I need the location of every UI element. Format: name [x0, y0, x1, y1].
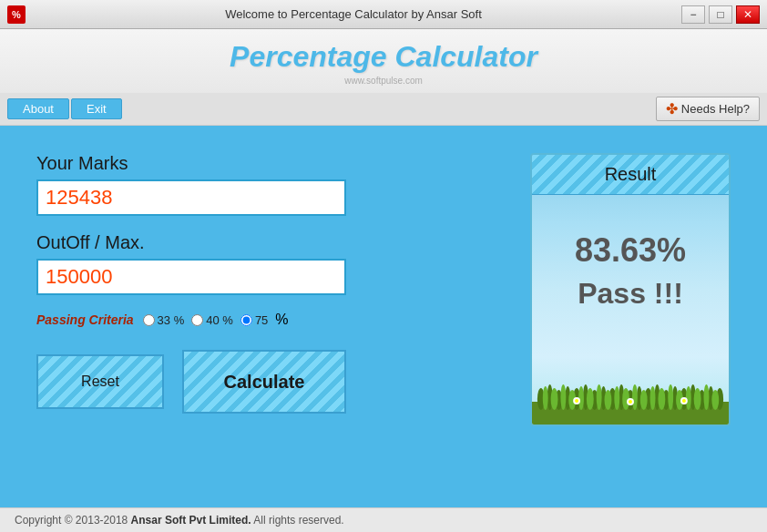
svg-point-23 [551, 388, 558, 410]
svg-point-24 [560, 384, 566, 410]
svg-point-32 [632, 384, 638, 410]
footer: Copyright © 2013-2018 Ansar Soft Pvt Lim… [0, 507, 767, 532]
needs-help-button[interactable]: ✤ Needs Help? [656, 97, 760, 121]
marks-label: Your Marks [36, 153, 494, 174]
left-panel: Your Marks OutOff / Max. Passing Criteri… [36, 153, 494, 414]
svg-point-22 [543, 386, 548, 410]
outoff-input[interactable] [36, 259, 346, 295]
main-content: Your Marks OutOff / Max. Passing Criteri… [0, 126, 767, 496]
svg-point-39 [694, 388, 701, 410]
calculate-button[interactable]: Calculate [182, 350, 346, 414]
svg-point-30 [614, 386, 619, 410]
percent-sign: % [275, 312, 288, 328]
title-bar: % Welcome to Percentage Calculator by An… [0, 0, 767, 29]
footer-rights: All rights reserved. [251, 514, 344, 527]
svg-point-40 [704, 384, 710, 410]
footer-text: Copyright © 2013-2018 [15, 514, 131, 527]
svg-point-28 [597, 384, 602, 410]
result-panel: Result 83.63% Pass !!! [530, 153, 731, 426]
app-title: Percentage Calculator [0, 40, 767, 74]
result-percentage: 83.63% [541, 231, 720, 270]
grass-decoration [532, 352, 729, 425]
result-status: Pass !!! [541, 277, 720, 311]
about-button[interactable]: About [7, 98, 69, 119]
radio-group: 33 % 40 % 75 % [143, 312, 289, 328]
maximize-button[interactable]: □ [709, 5, 732, 24]
svg-point-45 [629, 400, 632, 404]
menu-bar: About Exit ✤ Needs Help? [0, 93, 767, 126]
svg-point-26 [578, 386, 584, 410]
result-header: Result [532, 155, 729, 195]
result-value: 83.63% Pass !!! [532, 195, 729, 320]
window-title: Welcome to Percentage Calculator by Ansa… [26, 7, 681, 21]
app-header: Percentage Calculator www.softpulse.com [0, 29, 767, 93]
svg-point-33 [640, 390, 648, 410]
svg-point-27 [587, 388, 594, 410]
buttons-row: Reset Calculate [36, 350, 494, 414]
app-subtitle: www.softpulse.com [0, 76, 767, 86]
svg-point-36 [668, 384, 673, 410]
minimize-button[interactable]: − [681, 5, 705, 24]
radio-33[interactable]: 33 % [143, 313, 185, 327]
marks-input[interactable] [36, 179, 346, 216]
radio-75[interactable]: 75 [240, 313, 268, 327]
svg-point-41 [711, 390, 719, 410]
passing-criteria-row: Passing Criteria 33 % 40 % 75 % [36, 312, 494, 328]
svg-point-35 [658, 388, 665, 410]
app-icon: % [7, 5, 26, 24]
svg-point-34 [650, 386, 656, 410]
radio-40[interactable]: 40 % [191, 313, 233, 327]
svg-point-47 [682, 399, 686, 403]
svg-point-43 [575, 399, 578, 403]
reset-button[interactable]: Reset [36, 354, 164, 409]
footer-company: Ansar Soft Pvt Limited. [131, 514, 251, 527]
outoff-label: OutOff / Max. [36, 232, 494, 253]
svg-point-29 [605, 390, 612, 410]
window-controls: − □ ✕ [681, 5, 760, 24]
menu-left: About Exit [7, 98, 122, 119]
svg-point-38 [686, 386, 691, 410]
passing-criteria-label: Passing Criteria [36, 312, 134, 327]
close-button[interactable]: ✕ [736, 5, 760, 24]
help-icon: ✤ [666, 100, 678, 118]
exit-button[interactable]: Exit [71, 98, 122, 119]
